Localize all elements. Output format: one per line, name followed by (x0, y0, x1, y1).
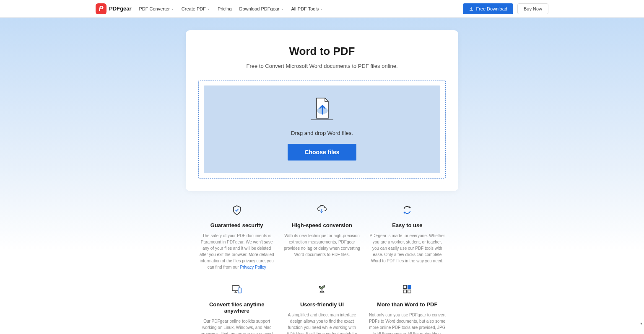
chevron-down-icon: ⌄ (171, 7, 174, 10)
header: P PDFgear PDF Converter ⌄ Create PDF ⌄ P… (0, 0, 644, 18)
drop-instruction: Drag and drop Word files. (291, 130, 353, 136)
feature-description: With its new technique for high-precisio… (283, 233, 360, 258)
dropzone-inner: Drag and drop Word files. Choose files (204, 85, 440, 173)
logo-text: PDFgear (109, 5, 131, 12)
feature-title: Guaranteed security (198, 222, 275, 228)
refresh-icon (369, 204, 446, 216)
svg-rect-6 (403, 290, 406, 293)
button-label: Free Download (476, 6, 507, 11)
chevron-down-icon: ⌄ (207, 7, 210, 10)
main-nav: PDF Converter ⌄ Create PDF ⌄ Pricing Dow… (139, 6, 323, 11)
features-grid: Guaranteed security The safety of your P… (186, 204, 458, 334)
nav-download-pdfgear[interactable]: Download PDFgear ⌄ (239, 6, 284, 11)
feature-description: The safety of your PDF documents is Para… (198, 233, 275, 270)
nav-create-pdf[interactable]: Create PDF ⌄ (182, 6, 210, 11)
nav-pdf-converter[interactable]: PDF Converter ⌄ (139, 6, 174, 11)
feature-title: Convert files anytime anywhere (198, 301, 275, 314)
converter-card: Word to PDF Free to Convert Microsoft Wo… (186, 30, 458, 191)
nav-label: PDF Converter (139, 6, 169, 11)
chevron-down-icon: ⌄ (320, 7, 323, 10)
page-title: Word to PDF (198, 45, 446, 58)
feature-description: Our PDFgear online toolkits support work… (198, 318, 275, 334)
nav-label: Pricing (218, 6, 232, 11)
svg-rect-4 (403, 285, 406, 288)
feature-title: Easy to use (369, 222, 446, 228)
logo[interactable]: P PDFgear (96, 3, 131, 14)
feature-anywhere: Convert files anytime anywhere Our PDFge… (198, 283, 275, 334)
feature-easy: Easy to use PDFgear is made for everyone… (369, 204, 446, 270)
feature-ui: Users-friendly UI A simplified and direc… (283, 283, 360, 334)
hero-section: Word to PDF Free to Convert Microsoft Wo… (0, 18, 644, 334)
logo-icon: P (96, 3, 106, 14)
feature-description: PDFgear is made for everyone. Whether yo… (369, 233, 446, 264)
scroll-down-indicator[interactable]: ▾ (640, 321, 642, 326)
feature-speed: High-speed conversion With its new techn… (283, 204, 360, 270)
nav-pricing[interactable]: Pricing (218, 6, 232, 11)
feature-description: Not only can you use PDFgear to convert … (369, 312, 446, 334)
dropzone[interactable]: Drag and drop Word files. Choose files (198, 80, 446, 179)
page-subtitle: Free to Convert Microsoft Word documents… (198, 63, 446, 69)
header-left: P PDFgear PDF Converter ⌄ Create PDF ⌄ P… (96, 3, 323, 14)
plant-icon (283, 283, 360, 295)
svg-rect-5 (408, 285, 411, 288)
chevron-down-icon: ⌄ (281, 7, 284, 10)
button-label: Choose files (304, 149, 339, 155)
shield-icon (198, 204, 275, 216)
feature-more: More than Word to PDF Not only can you u… (369, 283, 446, 334)
feature-description: A simplified and direct main interface d… (283, 312, 360, 334)
feature-security: Guaranteed security The safety of your P… (198, 204, 275, 270)
choose-files-button[interactable]: Choose files (288, 144, 356, 161)
devices-icon (198, 283, 275, 295)
free-download-button[interactable]: Free Download (463, 3, 513, 14)
privacy-policy-link[interactable]: Privacy Policy (240, 265, 266, 269)
feature-title: Users-friendly UI (283, 301, 360, 308)
buy-now-button[interactable]: Buy Now (517, 3, 548, 14)
bolt-cloud-icon (283, 204, 360, 216)
header-inner: P PDFgear PDF Converter ⌄ Create PDF ⌄ P… (91, 3, 553, 14)
download-icon (469, 6, 474, 11)
feature-title: More than Word to PDF (369, 301, 446, 308)
header-right: Free Download Buy Now (463, 3, 548, 14)
button-label: Buy Now (524, 6, 542, 11)
nav-label: Create PDF (182, 6, 206, 11)
nav-label: All PDF Tools (291, 6, 319, 11)
svg-rect-7 (408, 290, 411, 293)
svg-rect-3 (238, 288, 241, 293)
nav-all-pdf-tools[interactable]: All PDF Tools ⌄ (291, 6, 323, 11)
feature-title: High-speed conversion (283, 222, 360, 228)
grid-icon (369, 283, 446, 295)
upload-icon (307, 97, 337, 122)
nav-label: Download PDFgear (239, 6, 280, 11)
